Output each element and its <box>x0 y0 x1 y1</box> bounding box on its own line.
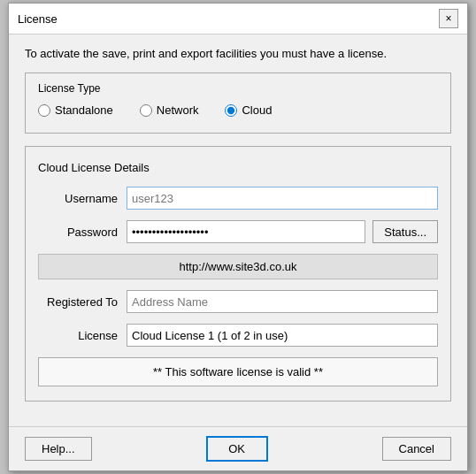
footer: Help... OK Cancel <box>9 426 467 470</box>
radio-network[interactable]: Network <box>140 103 199 117</box>
close-button[interactable]: × <box>439 9 458 28</box>
registered-to-input[interactable] <box>127 290 438 313</box>
cancel-button[interactable]: Cancel <box>382 437 451 461</box>
password-label: Password <box>38 226 127 239</box>
dialog-title: License <box>18 12 58 26</box>
radio-cloud-label: Cloud <box>242 103 272 117</box>
status-button[interactable]: Status... <box>372 220 438 243</box>
license-type-label: License Type <box>38 82 438 95</box>
dialog-body: To activate the save, print and export f… <box>9 34 467 426</box>
cloud-details-group: Cloud License Details Username Password … <box>25 146 451 401</box>
radio-network-input[interactable] <box>140 104 152 117</box>
license-input[interactable] <box>127 324 438 347</box>
username-row: Username <box>38 187 438 210</box>
radio-network-label: Network <box>157 103 199 117</box>
password-row: Password Status... <box>38 220 438 243</box>
radio-cloud[interactable]: Cloud <box>225 103 272 117</box>
license-dialog: License × To activate the save, print an… <box>8 3 468 471</box>
ok-button[interactable]: OK <box>206 436 268 462</box>
valid-message: ** This software license is valid ** <box>38 357 438 386</box>
license-type-group: License Type Standalone Network Cloud <box>25 73 451 134</box>
title-bar: License × <box>9 4 467 34</box>
license-row: License <box>38 324 438 347</box>
license-label: License <box>38 329 127 342</box>
info-text: To activate the save, print and export f… <box>25 47 451 60</box>
help-button[interactable]: Help... <box>25 437 92 461</box>
registered-to-row: Registered To <box>38 290 438 313</box>
username-input[interactable] <box>127 187 438 210</box>
license-type-radio-row: Standalone Network Cloud <box>38 103 438 117</box>
password-input[interactable] <box>127 220 365 243</box>
radio-standalone[interactable]: Standalone <box>38 103 113 117</box>
username-label: Username <box>38 192 127 205</box>
radio-standalone-label: Standalone <box>55 103 113 117</box>
registered-to-label: Registered To <box>38 295 127 309</box>
url-button[interactable]: http://www.site3d.co.uk <box>38 254 438 279</box>
radio-cloud-input[interactable] <box>225 104 237 117</box>
cloud-details-title: Cloud License Details <box>38 161 438 174</box>
radio-standalone-input[interactable] <box>38 104 50 117</box>
